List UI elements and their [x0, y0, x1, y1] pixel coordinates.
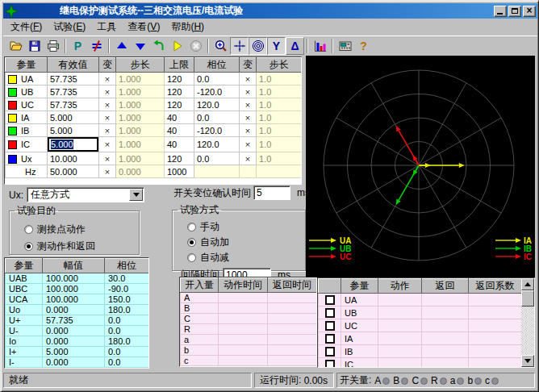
- p-marker-button[interactable]: P: [69, 37, 87, 55]
- checkbox-icon[interactable]: [325, 347, 335, 357]
- help-button[interactable]: ?: [354, 37, 373, 55]
- menu-help[interactable]: 帮助(H): [165, 19, 210, 35]
- column-header[interactable]: 相位: [105, 259, 149, 273]
- param-limit[interactable]: 1000: [165, 165, 194, 178]
- delta-connection-toggle[interactable]: Δ: [286, 37, 304, 55]
- param-limit[interactable]: 40: [165, 111, 194, 124]
- test-purpose-option-0[interactable]: 测接点动作: [24, 223, 139, 236]
- param-step[interactable]: 0.000: [116, 165, 165, 178]
- y-connection-toggle[interactable]: Y: [267, 37, 286, 55]
- param-vary-flag[interactable]: ×: [99, 85, 116, 98]
- minimize-button[interactable]: [494, 6, 507, 17]
- param-phase[interactable]: 120.0: [194, 137, 240, 152]
- param-limit[interactable]: 40: [165, 137, 194, 152]
- param-phase-vary-flag[interactable]: ×: [240, 137, 257, 152]
- param-vary-flag[interactable]: ×: [99, 137, 116, 152]
- menu-file[interactable]: 文件(F): [5, 19, 48, 35]
- param-phase-vary-flag[interactable]: ×: [240, 85, 257, 98]
- param-phase[interactable]: [194, 165, 240, 178]
- start-button[interactable]: [168, 37, 186, 55]
- switch-confirm-input[interactable]: [253, 186, 290, 200]
- checkbox-cell[interactable]: [319, 319, 341, 332]
- column-header[interactable]: 步长: [116, 58, 165, 73]
- param-phase-vary-flag[interactable]: ×: [240, 152, 257, 165]
- param-step[interactable]: 1.000: [116, 137, 165, 152]
- checkbox-cell[interactable]: [319, 307, 341, 319]
- param-value[interactable]: 57.735: [48, 85, 99, 98]
- print-button[interactable]: [44, 37, 62, 55]
- cell-editor[interactable]: 5.000: [48, 137, 98, 152]
- param-vary-flag[interactable]: ×: [99, 73, 116, 85]
- menu-view[interactable]: 查看(V): [122, 19, 165, 35]
- ux-mode-dropdown-button[interactable]: [129, 189, 143, 201]
- param-value[interactable]: 5.000: [48, 137, 99, 152]
- param-limit[interactable]: 120: [165, 98, 194, 111]
- title-bar[interactable]: 继电保护测试系统--三相交流电压/电流试验 ×: [3, 3, 537, 19]
- param-step[interactable]: 1.000: [116, 73, 165, 85]
- checkbox-icon[interactable]: [325, 334, 335, 344]
- menu-test[interactable]: 试验(E): [48, 19, 91, 35]
- param-phase[interactable]: 0.0: [194, 111, 240, 124]
- checkbox-icon[interactable]: [325, 308, 335, 318]
- maximize-button[interactable]: [508, 6, 521, 17]
- menu-tools[interactable]: 工具: [91, 19, 122, 35]
- param-vary-flag[interactable]: ×: [99, 98, 116, 111]
- column-header[interactable]: 返回时间: [268, 278, 317, 293]
- column-header[interactable]: 变: [99, 58, 116, 73]
- open-button[interactable]: [6, 37, 25, 55]
- checkbox-cell[interactable]: [319, 332, 341, 345]
- param-step[interactable]: 1.000: [116, 85, 165, 98]
- param-phase-vary-flag[interactable]: ×: [240, 73, 257, 85]
- param-step[interactable]: 1.000: [116, 111, 165, 124]
- test-purpose-option-1[interactable]: 测动作和返回: [24, 240, 139, 253]
- test-mode-option-2[interactable]: 自动减: [187, 251, 305, 265]
- param-phase[interactable]: -120.0: [194, 85, 240, 98]
- param-step[interactable]: 1.000: [116, 124, 165, 137]
- param-phase-vary-flag[interactable]: ×: [240, 98, 257, 111]
- axes-toggle[interactable]: [230, 37, 249, 55]
- param-phase-vary-flag[interactable]: [240, 165, 257, 178]
- column-header[interactable]: 变: [240, 58, 257, 73]
- column-header[interactable]: 返回: [422, 279, 469, 294]
- test-mode-option-1[interactable]: 自动加: [187, 236, 305, 249]
- not-equal-button[interactable]: [87, 37, 106, 55]
- column-header[interactable]: 返回系数: [469, 279, 522, 294]
- column-header[interactable]: 动作: [378, 279, 422, 294]
- param-step[interactable]: 1.000: [116, 98, 165, 111]
- column-header[interactable]: 有效值: [48, 58, 99, 73]
- param-phase-step[interactable]: 1.0: [257, 124, 302, 137]
- param-vary-flag[interactable]: ×: [99, 124, 116, 137]
- zoom-button[interactable]: [211, 37, 230, 55]
- param-value[interactable]: 5.000: [48, 111, 99, 124]
- param-vary-flag[interactable]: ×: [99, 152, 116, 165]
- checkbox-icon[interactable]: [325, 321, 335, 331]
- column-header[interactable]: 参量: [6, 58, 48, 73]
- undo-button[interactable]: [149, 37, 168, 55]
- param-limit[interactable]: 120: [165, 85, 194, 98]
- column-header[interactable]: 上限: [165, 58, 194, 73]
- test-mode-option-0[interactable]: 手动: [187, 220, 305, 234]
- param-limit[interactable]: 120: [165, 152, 194, 165]
- param-vary-flag[interactable]: ×: [99, 165, 116, 178]
- column-header[interactable]: 参量: [6, 259, 43, 273]
- column-header[interactable]: 步长: [257, 58, 302, 73]
- decrease-button[interactable]: [131, 37, 149, 55]
- param-phase-step[interactable]: 1.0: [257, 85, 302, 98]
- column-header[interactable]: 开入量: [181, 278, 219, 293]
- param-limit[interactable]: 120: [165, 73, 194, 85]
- calculator-button[interactable]: [336, 37, 354, 55]
- checkbox-cell[interactable]: [319, 345, 341, 358]
- column-header[interactable]: 相位: [194, 58, 240, 73]
- param-step[interactable]: 1.000: [116, 152, 165, 165]
- checkbox-cell[interactable]: [319, 358, 341, 369]
- vertical-scrollbar[interactable]: [521, 278, 534, 367]
- param-phase[interactable]: 0.0: [194, 152, 240, 165]
- param-phase-step[interactable]: 1.0: [257, 98, 302, 111]
- scroll-up-button[interactable]: [521, 278, 534, 290]
- param-phase-vary-flag[interactable]: ×: [240, 124, 257, 137]
- param-phase[interactable]: 120.0: [194, 98, 240, 111]
- column-header[interactable]: 参量: [341, 279, 378, 294]
- scrollbar-thumb[interactable]: [521, 290, 534, 307]
- checkbox-icon[interactable]: [325, 295, 335, 305]
- column-header[interactable]: [319, 279, 341, 294]
